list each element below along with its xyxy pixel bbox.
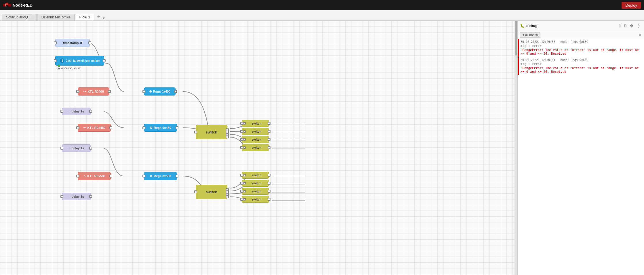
debug-header: 🐛 debug ℹ ⎘ ⚙ ⋮ [518,21,644,31]
switch6-label: switch [251,182,261,185]
debug-toolbar: ▾ all nodes ✕ [518,31,644,39]
node-regs0400[interactable]: ⚙ Regs 0x400 [144,87,176,96]
node-status-text: on at: Oct 30, 12:50 [57,67,81,70]
delay2-port-left [60,147,63,150]
regs0580-port-left [142,175,145,177]
debug-title: 🐛 debug [520,24,617,28]
switch4-label: switch [251,146,261,149]
debug-msg-1-text: "RangeError: The value of "offset" is ou… [521,48,642,56]
node-switch-main1[interactable]: switch [196,125,227,139]
delay3-port-left [60,195,63,198]
switch1-port-left [240,122,243,125]
node-delay2[interactable]: ○ delay 1s [62,144,91,152]
node-switch8[interactable]: switch [242,196,269,203]
tab-sofarsolar[interactable]: SofarSolarMQTT [2,14,37,20]
svg-rect-2 [8,4,11,6]
debug-msg-1-label: msg : error [521,44,642,48]
node-ktl0480[interactable]: 〜 KTL R0x480 [78,124,111,132]
switch6-in-port [243,182,246,184]
switch2-in-port [243,130,246,133]
switch5-port-left [240,174,243,177]
switch-main1-port-r4 [226,135,229,138]
node-switch3[interactable]: switch [242,136,269,143]
node-switch4[interactable]: switch [242,144,269,151]
node-timestamp[interactable]: timestamp ↺ [55,39,90,47]
tab-flow1[interactable]: Flow 1 [75,14,94,20]
switch-main2-port-left [194,190,197,193]
clear-debug-button[interactable]: ✕ [639,33,642,37]
ktl0480-label: KTL R0x480 [87,126,106,129]
switch-main1-port-left [194,131,197,133]
tab-add-button[interactable]: + [95,13,103,20]
debug-msg-2-timestamp: 30.10.2022, 12:50:54 [521,58,555,62]
switch7-label: switch [251,190,261,193]
debug-settings-button[interactable]: ⚙ [629,23,635,28]
switch4-in-port [243,146,246,149]
bug-icon: 🐛 [520,24,525,28]
switch4-port-right [268,146,270,149]
switch1-label: switch [251,122,261,125]
tab-dropdown-button[interactable]: ▾ [103,16,105,20]
debug-msg-2-node: node: Regs 0x68C [560,58,588,62]
waveform-icon-1: 〜 [83,89,86,94]
regs-icon-1: ⚙ [149,90,152,93]
switch8-in-port [243,198,246,200]
ktl0400-port-left [76,90,79,93]
waveform-icon-2: 〜 [83,126,86,130]
switch1-port-right [268,122,270,125]
delay3-port-right [89,195,92,198]
waveform-icon-3: 〜 [83,174,86,178]
debug-msg-2-label: msg : error [521,62,642,66]
debug-msg-1-node: node: Regs 0x68C [560,40,588,43]
debug-title-text: debug [526,24,538,28]
switch3-label: switch [251,138,261,141]
debug-copy-button[interactable]: ⎘ [623,23,628,28]
canvas-scrollbar[interactable] [515,21,517,275]
node-switch5[interactable]: switch [242,172,269,179]
filter-nodes-button[interactable]: ▾ all nodes [520,32,540,38]
node-regs0480[interactable]: ⚙ Regs 0x480 [144,124,177,132]
delay3-label: delay 1s [72,195,84,198]
node-switch2[interactable]: switch [242,128,269,135]
debug-info-button[interactable]: ℹ [618,23,622,28]
node-delay1[interactable]: ○ delay 1s [62,108,91,115]
switch6-port-right [268,182,270,185]
delay1-label: delay 1s [72,110,84,113]
inject-port-left [54,59,57,62]
flow-canvas[interactable]: timestamp ↺ ℹ Jeśli falownik jest online… [0,21,517,275]
ktl0400-label: KTL R0400 [87,90,104,93]
switch8-port-left [240,198,243,201]
node-status-indicator [58,65,60,67]
canvas-scrollbar-thumb[interactable] [515,21,517,56]
topbar: Node-RED Deploy [0,0,644,10]
debug-msg-1-timestamp: 30.10.2022, 12:49:56 [521,40,555,43]
node-red-logo-icon [3,3,11,8]
node-inject[interactable]: ℹ Jeśli falownik jest online on at: Oct … [55,56,104,66]
switch7-port-right [268,190,270,193]
node-switch-main2[interactable]: switch [196,185,227,199]
switch1-in-port [243,122,246,125]
debug-extra-button[interactable]: ⋮ [636,23,642,28]
ktl0580-port-left [76,175,79,177]
debug-msg-2-text: "RangeError: The value of "offset" is ou… [521,66,642,74]
node-switch6[interactable]: switch [242,180,269,187]
regs0580-port-right [176,175,178,177]
switch2-label: switch [251,130,261,133]
node-switch7[interactable]: switch [242,188,269,195]
regs0400-port-right [174,90,177,93]
deploy-button[interactable]: Deploy [622,2,641,9]
node-delay3[interactable]: ○ delay 1s [62,193,91,200]
debug-messages[interactable]: 30.10.2022, 12:49:56 node: Regs 0x68C ms… [518,39,644,275]
node-ktl0400[interactable]: 〜 KTL R0400 [78,87,109,96]
switch7-port-left [240,190,243,193]
node-regs0580[interactable]: ⚙ Regs 0x580 [144,172,177,180]
tab-dzienniczek[interactable]: DzienniczekTomka [37,14,75,20]
node-switch1[interactable]: switch [242,120,269,127]
switch-main2-port-r4 [226,195,229,198]
regs0400-port-left [142,90,145,93]
regs0480-port-left [142,126,145,129]
circle-icon-1: ○ [68,110,71,113]
regs-icon-3: ⚙ [150,174,153,178]
node-ktl0580[interactable]: 〜 KTL R0x580 [78,172,111,180]
debug-msg-2-header: 30.10.2022, 12:50:54 node: Regs 0x68C [521,58,642,62]
